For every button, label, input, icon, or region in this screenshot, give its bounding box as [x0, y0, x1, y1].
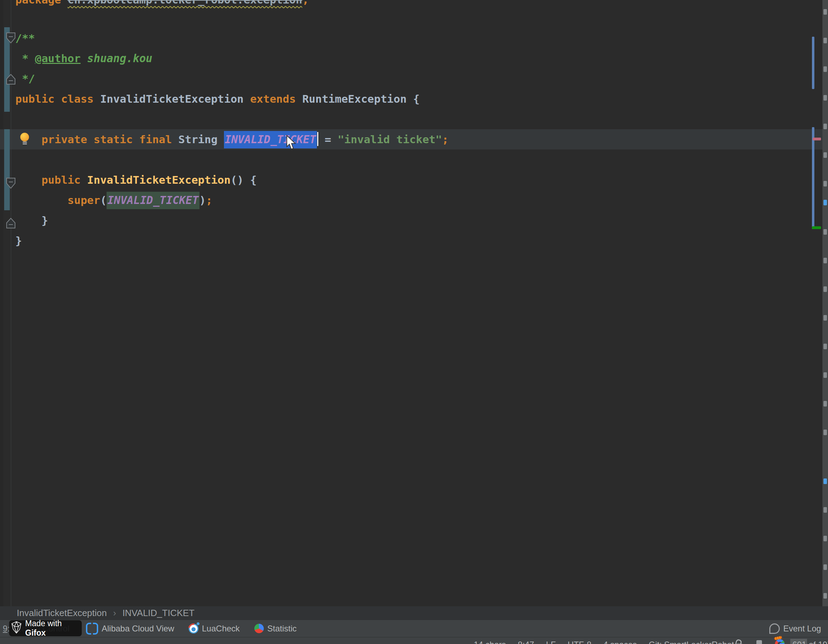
code-line-field-declaration[interactable]: private static final String INVALID_TICK…	[16, 129, 448, 149]
clipped-tool-icon[interactable]	[823, 258, 827, 263]
brace: {	[413, 92, 420, 105]
right-tool-stripe[interactable]	[822, 0, 828, 620]
fold-collapse-icon[interactable]	[6, 177, 16, 191]
highlighted-field-usage[interactable]: INVALID_TICKET	[107, 192, 199, 209]
breadcrumb-member[interactable]: INVALID_TICKET	[122, 608, 194, 619]
class-name: InvalidTicketException	[100, 92, 250, 105]
stripe-mark[interactable]	[812, 138, 821, 140]
semicolon: ;	[302, 0, 309, 6]
clipped-tool-icon[interactable]	[823, 344, 827, 349]
code-line-package[interactable]: package cn.xpbootcamp.locker_robot.excep…	[16, 0, 309, 10]
statistic-icon	[254, 624, 264, 633]
mouse-cursor-icon	[286, 135, 298, 152]
paren: (	[100, 194, 107, 207]
clipped-tool-icon[interactable]	[823, 536, 827, 541]
alibaba-cloud-view-button[interactable]: Alibaba Cloud View	[86, 620, 174, 637]
brace: }	[16, 214, 48, 227]
event-log-icon	[769, 624, 780, 634]
keyword: public	[42, 174, 87, 186]
superclass-name: RuntimeException	[302, 92, 413, 105]
alibaba-cloud-icon	[86, 623, 98, 635]
clipped-tool-icon[interactable]	[823, 9, 827, 15]
clipped-tool-icon[interactable]	[823, 593, 827, 599]
clipped-tool-icon[interactable]	[823, 38, 827, 43]
clipped-tool-icon[interactable]	[823, 429, 827, 435]
line-ending-widget[interactable]: LF	[546, 640, 556, 644]
keyword: extends	[250, 92, 302, 105]
clipped-tool-icon[interactable]	[823, 66, 827, 72]
luacheck-button[interactable]: LuaCheck	[189, 620, 240, 637]
package-name: cn.xpbootcamp.locker_robot.exception	[67, 0, 302, 6]
vcs-change-marker[interactable]	[4, 129, 10, 210]
clipped-tool-icon[interactable]	[823, 372, 827, 378]
parens-brace: () {	[231, 174, 257, 186]
error-stripe[interactable]	[812, 0, 822, 606]
code-line-constructor-declaration[interactable]: public InvalidTicketException() {	[16, 170, 257, 190]
unlock-icon[interactable]	[736, 639, 743, 644]
hat-face-icon[interactable]	[754, 640, 764, 644]
javadoc-tag: @author	[35, 52, 81, 64]
code-line-comment-start[interactable]: /**	[16, 28, 35, 48]
fold-end-icon[interactable]	[6, 73, 16, 86]
indent	[16, 133, 42, 146]
stripe-mark[interactable]	[812, 127, 814, 229]
brace: }	[16, 234, 22, 247]
clipped-tool-icon[interactable]	[823, 124, 827, 129]
equals: =	[318, 133, 338, 146]
fox-icon	[11, 620, 22, 636]
clipped-tool-icon[interactable]	[823, 181, 827, 186]
tool-window-bar: 9: Version Control Alibaba Cloud View Lu…	[0, 620, 828, 637]
ide-window: package cn.xpbootcamp.locker_robot.excep…	[0, 0, 828, 644]
git-branch-widget[interactable]: Git: SmartLockerRobot	[649, 640, 734, 644]
code-line-author[interactable]: * @author shuang.kou	[16, 48, 152, 69]
comment: *	[16, 52, 35, 64]
indent-widget[interactable]: 4 spaces	[603, 640, 637, 644]
fold-end-icon[interactable]	[6, 217, 16, 230]
keyword: package	[16, 0, 67, 6]
clipped-tool-icon[interactable]	[823, 287, 827, 292]
clipped-tool-icon[interactable]	[823, 478, 827, 484]
clipped-tool-icon[interactable]	[823, 507, 827, 513]
type-name: String	[179, 133, 224, 146]
clipped-tool-icon[interactable]	[823, 401, 827, 406]
clipped-tool-icon[interactable]	[823, 229, 827, 235]
comment: */	[16, 72, 35, 85]
semicolon: ;	[206, 194, 212, 207]
memory-indicator[interactable]: 601 of 1979M	[792, 640, 828, 644]
clipped-tool-icon[interactable]	[823, 95, 827, 100]
selection-chars-widget[interactable]: 14 chars	[474, 640, 506, 644]
gutter-edge	[0, 0, 3, 606]
code-line-comment-end[interactable]: */	[16, 69, 35, 89]
stripe-mark[interactable]	[812, 226, 821, 229]
keyword: public class	[16, 92, 100, 105]
code-line-super-call[interactable]: super(INVALID_TICKET);	[16, 190, 212, 210]
luacheck-icon	[189, 624, 198, 633]
breadcrumb: InvalidTicketException › INVALID_TICKET	[0, 606, 828, 620]
caret-position-widget[interactable]: 8:47	[518, 640, 534, 644]
code-line-class-declaration[interactable]: public class InvalidTicketException exte…	[16, 89, 420, 109]
encoding-widget[interactable]: UTF-8	[568, 640, 591, 644]
fold-collapse-icon[interactable]	[6, 32, 16, 45]
clipped-tool-icon[interactable]	[823, 200, 827, 205]
breadcrumb-class[interactable]: InvalidTicketException	[17, 608, 107, 619]
gifox-watermark: Made with Gifox	[9, 620, 82, 636]
breadcrumb-separator: ›	[113, 608, 116, 619]
indent	[16, 174, 42, 186]
clipped-tool-icon[interactable]	[823, 152, 827, 158]
indent	[16, 194, 67, 207]
keyword: super	[67, 194, 100, 207]
status-bar: 14 chars 8:47 LF UTF-8 4 spaces Git: Sma…	[0, 637, 828, 644]
code-editor[interactable]: package cn.xpbootcamp.locker_robot.excep…	[0, 0, 828, 606]
string-literal: "invalid ticket"	[338, 133, 442, 146]
clipped-tool-icon[interactable]	[823, 564, 827, 570]
stripe-mark[interactable]	[812, 37, 814, 89]
statistic-button[interactable]: Statistic	[254, 620, 296, 637]
selected-field-name[interactable]: INVALID_TICKET	[224, 131, 317, 149]
code-line-close-brace[interactable]: }	[16, 230, 22, 251]
paren: )	[199, 194, 206, 207]
event-log-button[interactable]: Event Log	[769, 620, 821, 637]
comment: /**	[16, 32, 35, 44]
author-name: shuang.kou	[81, 52, 152, 64]
clipped-tool-icon[interactable]	[823, 315, 827, 321]
code-line-close-brace[interactable]: }	[16, 210, 48, 230]
